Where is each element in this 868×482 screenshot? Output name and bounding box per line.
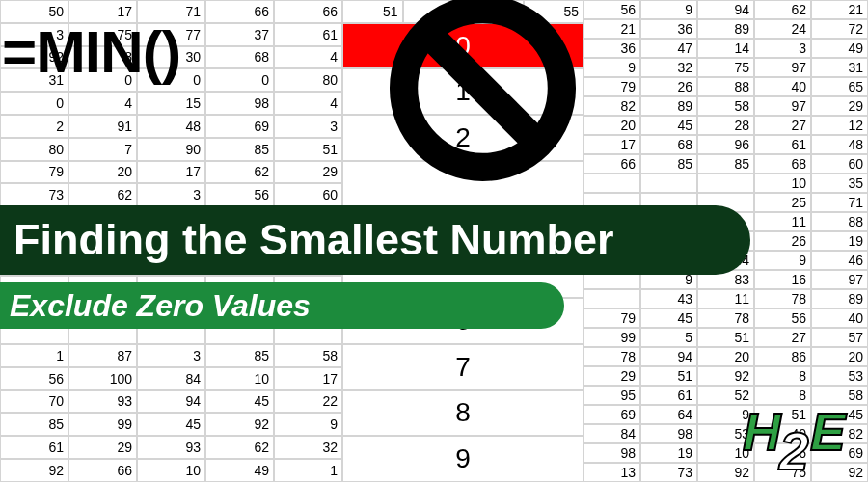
cell[interactable]: 62 xyxy=(754,0,811,19)
cell[interactable]: 90 xyxy=(137,138,205,161)
cell[interactable]: 17 xyxy=(274,367,342,390)
cell[interactable]: 0 xyxy=(0,92,68,115)
cell[interactable]: 65 xyxy=(811,77,868,96)
cell[interactable]: 19 xyxy=(640,443,697,463)
cell[interactable]: 98 xyxy=(640,424,697,443)
cell[interactable]: 17 xyxy=(583,135,640,154)
cell[interactable]: 69 xyxy=(205,115,274,138)
cell[interactable]: 31 xyxy=(811,58,868,77)
cell[interactable]: 16 xyxy=(754,270,811,289)
cell[interactable]: 57 xyxy=(811,328,868,347)
cell[interactable]: 66 xyxy=(205,0,274,23)
cell[interactable]: 7 xyxy=(68,138,137,161)
cell[interactable]: 95 xyxy=(583,386,640,405)
cell[interactable]: 97 xyxy=(754,58,811,77)
cell[interactable]: 85 xyxy=(205,344,274,367)
cell[interactable]: 40 xyxy=(754,77,811,96)
cell[interactable]: 88 xyxy=(811,212,868,231)
cell[interactable]: 94 xyxy=(640,347,697,366)
cell[interactable]: 60 xyxy=(274,183,342,206)
cell[interactable]: 26 xyxy=(640,77,697,96)
cell[interactable]: 62 xyxy=(68,183,137,206)
cell[interactable]: 84 xyxy=(583,424,640,443)
cell[interactable]: 68 xyxy=(754,154,811,174)
cell[interactable] xyxy=(583,289,640,308)
cell[interactable]: 17 xyxy=(137,161,205,184)
cell[interactable]: 91 xyxy=(68,115,137,138)
cell[interactable]: 62 xyxy=(205,161,274,184)
cell[interactable]: 49 xyxy=(811,39,868,58)
cell[interactable]: 20 xyxy=(811,347,868,366)
cell[interactable] xyxy=(640,174,697,193)
cell[interactable]: 3 xyxy=(274,115,342,138)
cell[interactable]: 49 xyxy=(205,459,274,482)
large-cell[interactable]: 7 xyxy=(342,344,583,390)
cell[interactable]: 20 xyxy=(68,161,137,184)
cell[interactable]: 4 xyxy=(274,92,342,115)
cell[interactable]: 71 xyxy=(811,193,868,212)
cell[interactable]: 61 xyxy=(640,386,697,405)
cell[interactable]: 11 xyxy=(697,289,754,308)
cell[interactable]: 79 xyxy=(0,161,68,184)
cell[interactable]: 80 xyxy=(0,138,68,161)
cell[interactable]: 82 xyxy=(583,96,640,116)
cell[interactable]: 61 xyxy=(274,23,342,46)
cell[interactable]: 48 xyxy=(811,135,868,154)
cell[interactable]: 58 xyxy=(697,96,754,116)
cell[interactable]: 20 xyxy=(583,116,640,135)
cell[interactable]: 11 xyxy=(754,212,811,231)
cell[interactable]: 1 xyxy=(274,459,342,482)
cell[interactable] xyxy=(583,174,640,193)
cell[interactable]: 12 xyxy=(811,116,868,135)
cell[interactable]: 85 xyxy=(697,154,754,174)
large-cell[interactable]: 9 xyxy=(342,436,583,482)
cell[interactable]: 61 xyxy=(0,436,68,459)
cell[interactable]: 72 xyxy=(811,19,868,39)
cell[interactable]: 21 xyxy=(583,19,640,39)
cell[interactable]: 27 xyxy=(754,328,811,347)
cell[interactable]: 98 xyxy=(583,443,640,463)
cell[interactable]: 78 xyxy=(697,308,754,328)
cell[interactable]: 51 xyxy=(274,138,342,161)
cell[interactable]: 10 xyxy=(754,174,811,193)
cell[interactable]: 28 xyxy=(697,116,754,135)
cell[interactable]: 51 xyxy=(697,328,754,347)
cell[interactable]: 19 xyxy=(811,231,868,251)
cell[interactable]: 45 xyxy=(640,116,697,135)
cell[interactable]: 45 xyxy=(137,413,205,436)
cell[interactable]: 2 xyxy=(0,115,68,138)
cell[interactable]: 99 xyxy=(68,413,137,436)
cell[interactable]: 97 xyxy=(811,270,868,289)
cell[interactable]: 85 xyxy=(0,413,68,436)
cell[interactable]: 66 xyxy=(583,154,640,174)
cell[interactable]: 66 xyxy=(68,459,137,482)
cell[interactable]: 93 xyxy=(137,436,205,459)
cell[interactable]: 73 xyxy=(640,463,697,482)
cell[interactable]: 99 xyxy=(583,328,640,347)
cell[interactable]: 68 xyxy=(640,135,697,154)
cell[interactable]: 4 xyxy=(274,46,342,69)
cell[interactable]: 47 xyxy=(640,39,697,58)
cell[interactable]: 9 xyxy=(583,58,640,77)
cell[interactable]: 10 xyxy=(205,367,274,390)
cell[interactable]: 45 xyxy=(205,390,274,414)
cell[interactable]: 29 xyxy=(68,436,137,459)
cell[interactable]: 73 xyxy=(0,183,68,206)
cell[interactable]: 21 xyxy=(811,0,868,19)
cell[interactable]: 85 xyxy=(205,138,274,161)
cell[interactable]: 75 xyxy=(697,58,754,77)
cell[interactable]: 56 xyxy=(754,308,811,328)
cell[interactable]: 80 xyxy=(274,68,342,92)
cell[interactable]: 3 xyxy=(137,344,205,367)
cell[interactable]: 5 xyxy=(640,328,697,347)
cell[interactable]: 87 xyxy=(68,344,137,367)
cell[interactable]: 48 xyxy=(137,115,205,138)
cell[interactable]: 20 xyxy=(697,347,754,366)
cell[interactable]: 61 xyxy=(754,135,811,154)
cell[interactable]: 89 xyxy=(640,96,697,116)
cell[interactable]: 29 xyxy=(811,96,868,116)
cell[interactable]: 9 xyxy=(274,413,342,436)
cell[interactable]: 89 xyxy=(697,19,754,39)
cell[interactable]: 29 xyxy=(274,161,342,184)
cell[interactable]: 86 xyxy=(754,347,811,366)
